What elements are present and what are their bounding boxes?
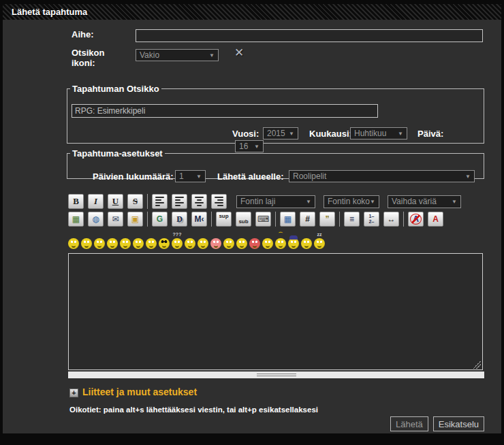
shortcuts-text: Oikotiet: paina alt+s lähettääksesi vies… — [69, 406, 318, 414]
subscript-button[interactable]: sub — [236, 212, 251, 227]
insert-ftp-button[interactable]: ▣ — [127, 212, 143, 227]
attachments-expand-icon[interactable]: + — [69, 389, 78, 397]
bold-button[interactable]: B — [68, 194, 84, 209]
days-count-selected: 1 — [179, 171, 184, 181]
smiley-smiley[interactable] — [68, 238, 79, 249]
smiley-grin[interactable] — [107, 238, 118, 249]
insert-table-button[interactable]: ▦ — [280, 212, 296, 227]
format-toolbar-row2: ▦◍✉▣GDM‹supsub⌨▦#”≡1– 2–↔AA — [68, 211, 443, 227]
message-textarea[interactable] — [68, 253, 483, 370]
smiley-police[interactable] — [288, 238, 299, 249]
remove-formatting-button[interactable]: A — [408, 212, 424, 227]
marquee-icon: M‹ — [195, 215, 204, 223]
shadow-button[interactable]: D — [172, 212, 187, 227]
glow-icon: G — [157, 215, 163, 223]
glow-button[interactable]: G — [152, 212, 168, 227]
year-select[interactable]: 2015 ▼ — [263, 127, 298, 139]
remove-formatting-icon: A — [413, 215, 419, 223]
underline-button[interactable]: U — [108, 194, 123, 209]
smiley-hat — [289, 235, 298, 240]
event-title-input[interactable] — [72, 104, 378, 118]
insert-image-icon: ▦ — [72, 215, 80, 223]
format-toolbar-row1: BIUSFontin laji▼Fontin koko▼Vaihda väriä… — [68, 193, 461, 210]
smiley-tongue[interactable] — [198, 238, 208, 249]
numbered-list-icon: 1– 2– — [369, 214, 375, 225]
text-color-select[interactable]: Vaihda väriä▼ — [388, 195, 461, 208]
smiley-lips-sealed[interactable] — [223, 238, 234, 249]
days-count-select[interactable]: 1 ▼ — [175, 170, 206, 182]
year-label: Vuosi: — [232, 129, 259, 139]
insert-email-icon: ✉ — [112, 215, 119, 223]
preformatted-button[interactable] — [152, 194, 168, 209]
false: Fontin koko — [328, 197, 370, 206]
smiley-cry[interactable] — [262, 238, 273, 249]
bullet-list-icon: ≡ — [349, 215, 354, 223]
subject-input[interactable] — [136, 29, 483, 42]
smiley-undecided[interactable] — [236, 238, 247, 249]
teletype-button[interactable]: ⌨ — [255, 212, 271, 227]
smiley-sad[interactable] — [133, 238, 144, 249]
smiley-wink[interactable] — [81, 238, 92, 249]
board-label: Lähetä alueelle: — [217, 171, 284, 182]
smiley-cheesy[interactable] — [94, 238, 105, 249]
smiley-rolleyes[interactable] — [185, 238, 195, 249]
editor-resize-bar[interactable] — [68, 372, 484, 378]
smiley-row: ???⌒zz — [68, 230, 325, 249]
smiley-angry[interactable] — [120, 238, 131, 249]
text-color-button[interactable]: A — [428, 212, 443, 227]
insert-hyperlink-button[interactable]: ◍ — [88, 212, 104, 227]
smiley-shocked[interactable] — [146, 238, 157, 249]
event-title-legend: Tapahtuman Otsikko — [70, 84, 161, 94]
post-event-page: Lähetä tapahtuma Aihe: Otsikon ikoni: Va… — [0, 0, 504, 445]
smiley-embarrassed[interactable] — [210, 238, 221, 249]
smiley-kiss[interactable] — [249, 238, 260, 249]
insert-code-button[interactable]: # — [300, 212, 315, 227]
chevron-down-icon: ▼ — [370, 199, 375, 205]
font-size-select[interactable]: Fontin koko▼ — [324, 195, 379, 208]
strikethrough-button[interactable]: S — [127, 194, 143, 209]
preview-button[interactable]: Esikatselu — [433, 416, 484, 431]
smiley-laugh[interactable] — [301, 238, 312, 249]
form-actions: Lähetä Esikatselu — [390, 416, 484, 431]
insert-quote-icon: ” — [326, 215, 330, 223]
horizontal-rule-button[interactable]: ↔ — [383, 212, 399, 227]
smiley-angel[interactable]: ⌒ — [275, 238, 286, 249]
chevron-down-icon: ▼ — [465, 174, 471, 180]
month-select[interactable]: Huhtikuu ▼ — [350, 127, 407, 139]
clear-icon[interactable]: ✕ — [234, 46, 244, 60]
bullet-list-button[interactable]: ≡ — [344, 212, 360, 227]
font-family-select[interactable]: Fontin laji▼ — [236, 195, 315, 208]
horizontal-rule-icon: ↔ — [388, 215, 396, 223]
smiley-topper: zz — [317, 232, 322, 237]
insert-table-icon: ▦ — [284, 215, 292, 223]
title-icon-select[interactable]: Vakio ▼ — [136, 49, 219, 61]
insert-image-button[interactable]: ▦ — [68, 212, 84, 227]
submit-button[interactable]: Lähetä — [390, 416, 428, 431]
numbered-list-button[interactable]: 1– 2– — [364, 212, 379, 227]
insert-code-icon: # — [305, 215, 310, 223]
subject-label: Aihe: — [72, 29, 94, 39]
insert-email-button[interactable]: ✉ — [108, 212, 123, 227]
italic-button[interactable]: I — [88, 194, 104, 209]
smiley-azn[interactable]: zz — [314, 238, 325, 249]
insert-hyperlink-icon: ◍ — [92, 215, 99, 223]
smiley-huh[interactable]: ??? — [172, 238, 183, 249]
smiley-topper: ??? — [173, 232, 182, 237]
marquee-button[interactable]: M‹ — [191, 212, 207, 227]
attachments-toggle-label[interactable]: Liitteet ja muut asetukset — [82, 386, 197, 397]
drag-handle-icon — [257, 374, 296, 377]
resize-grip-icon[interactable] — [473, 361, 481, 369]
month-selected: Huhtikuu — [354, 129, 386, 138]
subscript-icon: sub — [238, 219, 248, 225]
align-left-icon — [175, 197, 184, 206]
smiley-cool[interactable] — [159, 238, 170, 249]
align-center-button[interactable] — [191, 194, 207, 209]
superscript-button[interactable]: sup — [216, 212, 232, 227]
toolbar-separator — [275, 212, 276, 227]
insert-quote-button[interactable]: ” — [319, 212, 335, 227]
board-select[interactable]: Roolipelit ▼ — [289, 170, 475, 182]
align-left-button[interactable] — [172, 194, 187, 209]
shadow-icon: D — [176, 215, 183, 223]
toolbar-separator — [147, 194, 148, 209]
align-right-button[interactable] — [211, 194, 227, 209]
